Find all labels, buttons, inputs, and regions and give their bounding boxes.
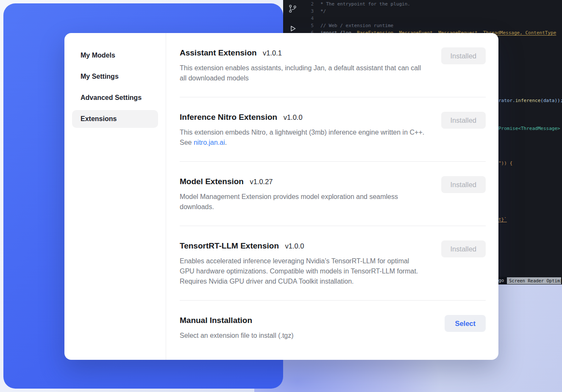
- line-number: 5: [303, 22, 314, 29]
- extension-version: v1.0.0: [284, 113, 303, 121]
- manual-installation-description: Select an extension file to install (.tg…: [180, 331, 294, 341]
- extension-name: Inference Nitro Extension: [180, 113, 277, 121]
- extension-row-model: Model Extension v1.0.27 Model Management…: [180, 162, 486, 226]
- sidebar-item-my-models[interactable]: My Models: [72, 47, 158, 64]
- description-text: .: [225, 139, 227, 146]
- extensions-list: Assistant Extension v1.0.1 This extensio…: [166, 33, 498, 360]
- run-debug-icon[interactable]: [288, 24, 297, 33]
- manual-installation-title-row: Manual Installation: [180, 315, 294, 326]
- installed-button[interactable]: Installed: [441, 240, 486, 257]
- line-number: 3: [303, 8, 314, 15]
- extension-title-row: Inference Nitro Extension v1.0.0: [180, 112, 425, 123]
- code-lines: 2 * The entrypoint for the plugin. 3 */ …: [303, 0, 556, 36]
- nitro-jan-ai-link[interactable]: nitro.jan.ai: [194, 139, 225, 146]
- extension-info: Inference Nitro Extension v1.0.0 This ex…: [180, 112, 425, 148]
- line-number: 2: [303, 0, 314, 8]
- code-text: (data));: [540, 98, 562, 103]
- extension-title-row: Assistant Extension v1.0.1: [180, 47, 425, 59]
- extension-name: TensortRT-LLM Extension: [180, 241, 279, 250]
- git-branch-icon[interactable]: [288, 4, 297, 13]
- code-fragment: ")) {: [498, 160, 512, 166]
- extension-row-inference-nitro: Inference Nitro Extension v1.0.0 This ex…: [180, 97, 486, 162]
- sidebar-item-advanced-settings[interactable]: Advanced Settings: [72, 89, 158, 107]
- code-text: rator.: [498, 98, 515, 103]
- extension-description: This extension enables assistants, inclu…: [180, 63, 425, 83]
- code-text: * The entrypoint for the plugin.: [320, 0, 410, 8]
- code-text: inference: [515, 98, 541, 103]
- line-number: 4: [303, 15, 314, 22]
- installed-button[interactable]: Installed: [441, 176, 486, 193]
- extension-title-row: TensortRT-LLM Extension v1.0.0: [180, 240, 425, 252]
- extension-version: v1.0.0: [285, 242, 304, 250]
- screen-reader-status-item[interactable]: Screen Reader Optimize: [507, 277, 561, 284]
- code-fragment: rator.inference(data));: [498, 98, 562, 104]
- settings-sidebar: My Models My Settings Advanced Settings …: [64, 33, 166, 360]
- extension-description: Model Management Extension provides mode…: [180, 192, 425, 212]
- extension-version: v1.0.1: [263, 49, 282, 57]
- extension-info: Model Extension v1.0.27 Model Management…: [180, 176, 425, 212]
- manual-installation-info: Manual Installation Select an extension …: [180, 315, 294, 341]
- code-text: // Web / extension runtime: [320, 22, 393, 29]
- settings-modal: My Models My Settings Advanced Settings …: [64, 33, 498, 360]
- extension-row-assistant: Assistant Extension v1.0.1 This extensio…: [180, 33, 486, 97]
- manual-installation-title: Manual Installation: [180, 316, 252, 325]
- code-line: 3 */: [303, 8, 556, 15]
- extension-info: TensortRT-LLM Extension v1.0.0 Enables a…: [180, 240, 425, 287]
- extension-name: Assistant Extension: [180, 48, 257, 57]
- extension-name: Model Extension: [180, 177, 244, 186]
- code-fragment: t}`: [498, 217, 507, 223]
- code-line: 5 // Web / extension runtime: [303, 22, 556, 29]
- code-fragment: Promise<ThreadMessage>: [498, 126, 560, 132]
- extension-description: This extension embeds Nitro, a lightweig…: [180, 127, 425, 148]
- sidebar-item-extensions[interactable]: Extensions: [72, 110, 158, 128]
- extension-info: Assistant Extension v1.0.1 This extensio…: [180, 47, 425, 83]
- code-text: */: [320, 8, 326, 15]
- extension-description: Enables accelerated inference leveraging…: [180, 256, 425, 287]
- status-text: go: [498, 278, 504, 283]
- extension-title-row: Model Extension v1.0.27: [180, 176, 425, 188]
- code-line: 4: [303, 15, 556, 22]
- sidebar-item-my-settings[interactable]: My Settings: [72, 68, 158, 86]
- manual-installation-row: Manual Installation Select an extension …: [180, 301, 486, 354]
- code-line: 2 * The entrypoint for the plugin.: [303, 0, 556, 8]
- installed-button[interactable]: Installed: [441, 112, 486, 129]
- installed-button[interactable]: Installed: [441, 47, 486, 64]
- extension-version: v1.0.27: [250, 178, 273, 185]
- select-file-button[interactable]: Select: [445, 315, 486, 332]
- extension-row-tensorrt-llm: TensortRT-LLM Extension v1.0.0 Enables a…: [180, 226, 486, 301]
